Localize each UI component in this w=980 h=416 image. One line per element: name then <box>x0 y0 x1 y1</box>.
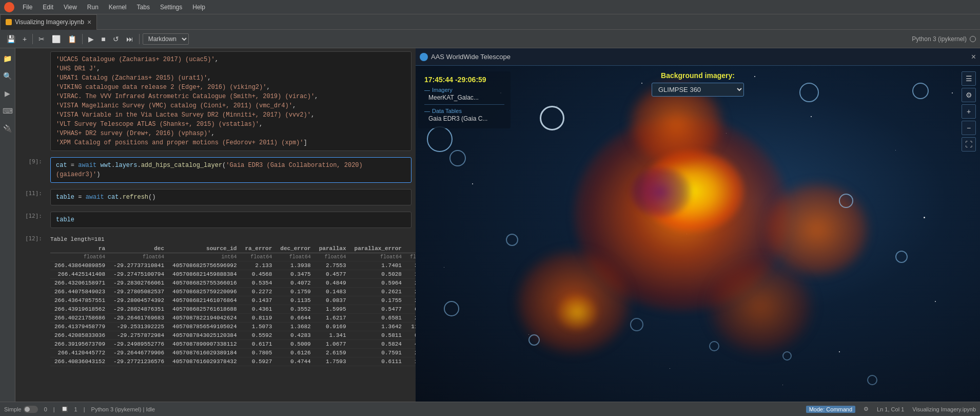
star-13 <box>670 368 670 369</box>
star-17 <box>782 385 783 385</box>
menu-edit[interactable]: Edit <box>38 3 57 12</box>
bg-imagery-select[interactable]: GLIMPSE 360 <box>652 83 744 97</box>
cell-content-output-12: Table length=181 ra dec source_id ra_err… <box>46 232 416 368</box>
star-6 <box>895 150 896 150</box>
table-row: 266.4120445772-29.2644677990640570876160… <box>50 349 416 357</box>
stop-button[interactable]: ■ <box>99 33 108 45</box>
wwt-zoom-in-button[interactable]: + <box>962 104 976 119</box>
cell-number-9: [9]: <box>15 155 46 185</box>
menu-file[interactable]: File <box>18 3 36 12</box>
data-table: ra dec source_id ra_error dec_error para… <box>50 244 416 366</box>
cell-11: [11]: table = await cat.refresh() <box>15 186 416 209</box>
menu-help[interactable]: Help <box>188 3 209 12</box>
type-dec: float64 <box>109 253 168 261</box>
wwt-gaia-item: Gaia EDR3 (Gaia C... <box>424 115 504 122</box>
table-row: 266.40221758686-29.264617696834057087822… <box>50 314 416 323</box>
app-logo <box>4 2 14 12</box>
sidebar-command-icon[interactable]: ⌨ <box>1 105 15 117</box>
table-row: 266.40836043152-29.277212365764057087616… <box>50 357 416 366</box>
menu-settings[interactable]: Settings <box>156 3 186 12</box>
kernel-info: Python 3 (ipykernel) <box>912 35 976 43</box>
star-8 <box>924 217 925 218</box>
menu-kernel[interactable]: Kernel <box>105 3 131 12</box>
sky-circle-10 <box>782 351 792 361</box>
code-cell-list[interactable]: 'UCAC5 Catalogue (Zacharias+ 2017) (ucac… <box>50 51 411 151</box>
notebook-tab-label: Visualizing Imagery.ipynb <box>15 18 84 26</box>
cell-number-12: [12]: <box>15 210 46 230</box>
type-pm: float64 <box>406 253 416 261</box>
table-row: 266.42085833036-29.27578729​844057087843… <box>50 331 416 340</box>
save-button[interactable]: 💾 <box>4 33 18 45</box>
type-ra-error: float64 <box>241 253 276 261</box>
sidebar-search-icon[interactable]: 🔍 <box>1 70 14 82</box>
cell-content-11: table = await cat.refresh() <box>46 187 416 207</box>
table-length: Table length=181 <box>50 234 416 244</box>
notebook-tab-close[interactable]: × <box>87 18 91 26</box>
sky-circle-large <box>540 106 564 130</box>
menu-tabs[interactable]: Tabs <box>133 3 154 12</box>
menu-run[interactable]: Run <box>83 3 103 12</box>
restart-button[interactable]: ↺ <box>110 33 122 45</box>
kernel-status-indicator <box>970 36 976 42</box>
sky-circle-4 <box>839 194 853 208</box>
col-parallax: parallax <box>315 244 350 253</box>
toolbar-separator-3 <box>139 34 140 44</box>
code-cell-11[interactable]: table = await cat.refresh() <box>50 189 411 205</box>
table-row: 266.41379458779-29.253139222540570878565… <box>50 323 416 331</box>
status-settings-icon[interactable]: ⚙ <box>864 406 869 412</box>
cut-button[interactable]: ✂ <box>36 33 47 45</box>
type-source-id: int64 <box>168 253 241 261</box>
cell-9: [9]: cat = await wwt.layers.add_hips_cat… <box>15 154 416 186</box>
type-parallax: float64 <box>315 253 350 261</box>
wwt-close-button[interactable]: × <box>971 52 976 62</box>
cell-number-output-12: [12]: <box>15 232 46 368</box>
cell-count-display: 0 <box>44 406 47 412</box>
code-cell-12[interactable]: table <box>50 212 411 228</box>
sidebar-run-icon[interactable]: ▶ <box>3 87 12 100</box>
cell-content-list: 'UCAC5 Catalogue (Zacharias+ 2017) (ucac… <box>46 49 416 153</box>
cell-type-select[interactable]: Markdown Code <box>143 33 189 45</box>
wwt-title: AAS WorldWide Telescope <box>431 53 971 61</box>
notebook-tab-icon <box>6 19 12 25</box>
table-row: 266.39195673709-29.249895527764057087890… <box>50 340 416 349</box>
wwt-divider <box>424 104 504 105</box>
status-number: 1 <box>74 406 77 412</box>
copy-button[interactable]: ⬜ <box>49 33 63 45</box>
notebook-tab[interactable]: Visualizing Imagery.ipynb × <box>0 14 97 30</box>
wwt-fullscreen-button[interactable]: ⛶ <box>962 137 976 152</box>
table-row: 266.4320615897​1-29.28302766061405708682… <box>50 279 416 288</box>
notebook-area[interactable]: 'UCAC5 Catalogue (Zacharias+ 2017) (ucac… <box>15 48 416 402</box>
sidebar-extension-icon[interactable]: 🔌 <box>1 122 14 135</box>
status-indicator-icon: 🔲 <box>61 406 68 412</box>
col-parallax-error: parallax_error <box>350 244 406 253</box>
sky-circle-5 <box>895 251 908 263</box>
col-pm: pm <box>406 244 416 253</box>
run-button[interactable]: ▶ <box>86 33 96 45</box>
simple-mode-toggle[interactable]: Simple <box>4 406 38 413</box>
wwt-settings-button[interactable]: ⚙ <box>962 88 976 102</box>
restart-run-button[interactable]: ⏭ <box>124 33 136 45</box>
col-dec: dec <box>109 244 168 253</box>
table-row: 266.43864089859-29.277373108414057086825… <box>50 261 416 270</box>
sky-circle-12 <box>449 150 466 166</box>
star-12 <box>839 351 840 352</box>
code-cell-9[interactable]: cat = await wwt.layers.add_hips_catalog_… <box>50 157 411 183</box>
kernel-label: Python 3 (ipykernel) <box>912 35 967 43</box>
status-separator-2: | <box>84 406 85 412</box>
sidebar-folder-icon[interactable]: 📁 <box>1 52 14 65</box>
wwt-meerkat-item: MeerKAT_Galac... <box>424 94 504 101</box>
add-cell-button[interactable]: + <box>20 33 29 45</box>
wwt-panel: AAS WorldWide Telescope × <box>416 48 980 402</box>
type-parallax-error: float64 <box>350 253 406 261</box>
wwt-menu-button[interactable]: ☰ <box>962 71 976 86</box>
kernel-status-label: Python 3 (ipykernel) | Idle <box>91 406 155 412</box>
menu-view[interactable]: View <box>60 3 81 12</box>
paste-button[interactable]: 📋 <box>65 33 79 45</box>
star-11 <box>528 334 529 335</box>
wwt-right-controls: ☰ ⚙ + − ⛶ <box>962 71 976 152</box>
data-table-body: 266.43864089859-29.277373108414057086825… <box>50 261 416 366</box>
wwt-logo <box>420 53 428 61</box>
sky-circle-6 <box>444 301 459 316</box>
wwt-zoom-out-button[interactable]: − <box>962 121 976 135</box>
cell-list: 'UCAC5 Catalogue (Zacharias+ 2017) (ucac… <box>15 48 416 154</box>
